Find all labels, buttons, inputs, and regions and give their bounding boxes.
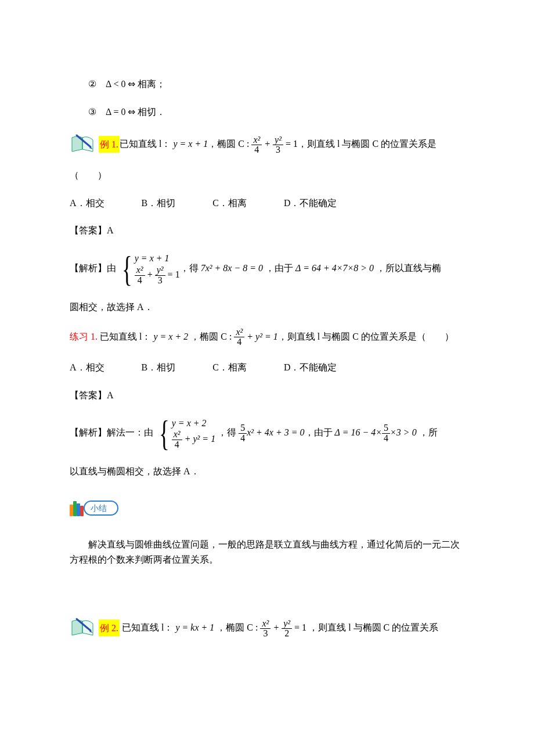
plus-sign: + (270, 623, 282, 633)
example-1-paren: （ ） (70, 168, 464, 183)
pr1-text-suffix: ，则直线 l 与椭圆 C 的位置关系是（ ） (278, 332, 454, 341)
frac-num: 5 (239, 423, 247, 434)
pr1-delta-post: ×3 > 0 (390, 427, 417, 437)
choice-d: D．不能确定 (284, 362, 337, 372)
summary-label: 小结 (84, 501, 118, 516)
explain-mid3: ，所 (417, 427, 438, 437)
example-1-stem: 例 1.已知直线 l： y = x + 1，椭圆 C : x²4 + y²3 =… (70, 132, 464, 155)
ex2-text-ellipse-prefix: ，椭圆 C : (214, 623, 260, 633)
frac-den: 3 (273, 145, 283, 155)
ex1-line-equation: y = x + 1 (173, 139, 208, 149)
pr1-quad-tail: x² + 4x + 3 = 0 (247, 427, 304, 437)
frac-num: y² (283, 618, 290, 628)
ex2-text-prefix: 已知直线 l： (120, 623, 173, 633)
ex2-fraction-x23: x²3 (260, 619, 270, 639)
pr1-text-ellipse-prefix: ，椭圆 C : (188, 332, 234, 341)
practice-1-stem: 练习 1. 已知直线 l： y = x + 2 ，椭圆 C : x²4 + y²… (70, 327, 464, 348)
pr1-delta-frac: 54 (382, 423, 390, 444)
choice-a: A．相交 (70, 198, 104, 208)
explain-pre: 解法一：由 (107, 427, 153, 437)
explain-mid2: ，由于 (263, 263, 295, 273)
practice-1-answer: 【答案】A (70, 388, 464, 403)
pr1-line-equation: y = x + 2 (153, 332, 188, 341)
example-1-choices: A．相交 B．相切 C．相离 D．不能确定 (70, 196, 464, 211)
explain-mid2: ，由于 (305, 427, 335, 437)
frac-num: x² (136, 265, 143, 275)
answer-value: A (107, 225, 114, 235)
practice-1-label: 练习 1. (70, 332, 98, 341)
explain-pre: 由 (107, 263, 116, 273)
frac-den: 3 (155, 276, 165, 286)
frac-num: x² (174, 429, 181, 439)
example-1-answer: 【答案】A (70, 223, 464, 238)
example-1-label: 例 1. (99, 136, 120, 153)
choice-b: B．相切 (142, 198, 176, 208)
system-equations: y = x + 2 x²4 + y² = 1 (172, 417, 215, 450)
frac-num: x² (253, 135, 260, 145)
sys-row-1: y = x + 1 (135, 252, 180, 265)
frac-num: y² (157, 265, 164, 275)
books-icon (70, 500, 86, 516)
summary-badge: 小结 (70, 500, 118, 516)
frac-num: x² (236, 327, 243, 337)
answer-tag: 【答案】 (70, 390, 107, 400)
eq-tail: + y² = 1 (185, 434, 216, 444)
equals-one: = 1 (283, 139, 298, 149)
plus-sign: + (244, 332, 255, 341)
practice-1-explain-tail: 以直线与椭圆相交，故选择 A． (70, 464, 464, 479)
ex2-fraction-y22: y²2 (282, 619, 292, 639)
ex1-text-ellipse-prefix: ，椭圆 C : (208, 139, 251, 149)
frac-num: x² (262, 618, 269, 628)
example-2-stem: 例 2. 已知直线 l： y = kx + 1 ，椭圆 C : x²3 + y²… (70, 615, 464, 639)
ex1-fraction-x24: x²4 (251, 135, 262, 156)
explain-mid3: ，所以直线与椭 (374, 263, 441, 273)
pr1-text-prefix: 已知直线 l： (98, 332, 151, 341)
sys-row-1: y = x + 2 (172, 417, 215, 430)
practice-1-choices: A．相交 B．相切 C．相离 D．不能确定 (70, 360, 464, 375)
example-2-label: 例 2. (99, 620, 120, 637)
frac-num: 5 (382, 423, 390, 434)
sys-row-2: x²4 + y² = 1 (172, 430, 215, 450)
sys-row-2: x²4 + y²3 = 1 (135, 265, 180, 286)
choice-c: C．相离 (212, 362, 247, 372)
ex1-text-prefix: 已知直线 l： (120, 139, 171, 149)
ex2-text-suffix: ，则直线 l 与椭圆 C 的位置关系 (306, 623, 438, 633)
example-1-explain-tail: 圆相交，故选择 A． (70, 300, 464, 315)
pr1-quad-coef: 54 (239, 423, 247, 444)
eq-tail: = 1 (168, 269, 180, 279)
frac-den: 4 (172, 440, 182, 450)
frac-den: 4 (135, 276, 145, 286)
pr1-delta-pre: Δ = 16 − 4× (335, 427, 383, 437)
explain-mid1: ，得 (215, 427, 239, 437)
explain-tag: 【解析】 (70, 427, 107, 437)
rule-tangent: ③ Δ = 0 ⇔ 相切． (70, 105, 464, 120)
notebook-icon (70, 615, 98, 639)
explain-tag: 【解析】 (70, 263, 107, 273)
choice-a: A．相交 (70, 362, 104, 372)
notebook-icon (70, 132, 98, 155)
explain-mid1: ，得 (180, 263, 201, 273)
example-1-explain: 【解析】由 { y = x + 1 x²4 + y²3 = 1 ，得 7x² +… (70, 251, 464, 287)
ex1-text-suffix: ，则直线 l 与椭圆 C 的位置关系是 (298, 139, 436, 149)
practice-1-explain: 【解析】解法一：由 { y = x + 2 x²4 + y² = 1 ，得 54… (70, 415, 464, 451)
equals-one: = 1 (292, 623, 306, 633)
ex1-quadratic: 7x² + 8x − 8 = 0 (201, 263, 263, 273)
choice-c: C．相离 (212, 198, 247, 208)
system-equations: y = x + 1 x²4 + y²3 = 1 (135, 252, 180, 285)
pr1-y-squared: y² = 1 (255, 332, 278, 341)
frac-den: 4 (234, 337, 244, 347)
left-brace-icon: { (159, 415, 169, 451)
choice-b: B．相切 (142, 362, 176, 372)
ex2-line-equation: y = kx + 1 (175, 623, 214, 633)
frac-num: y² (275, 135, 282, 145)
left-brace-icon: { (122, 251, 132, 287)
pr1-fraction-x24: x²4 (234, 327, 244, 348)
frac-den: 4 (239, 434, 247, 444)
plus-sign: + (262, 139, 273, 149)
frac-den: 2 (282, 629, 292, 639)
frac-den: 4 (382, 434, 390, 444)
choice-d: D．不能确定 (284, 198, 337, 208)
summary-text: 解决直线与圆锥曲线位置问题，一般的思路是联立直线与曲线方程，通过化简后的一元二次… (70, 537, 464, 567)
document-page: ② Δ < 0 ⇔ 相离； ③ Δ = 0 ⇔ 相切． 例 1.已知直线 l： … (0, 0, 534, 756)
answer-value: A (107, 390, 114, 400)
